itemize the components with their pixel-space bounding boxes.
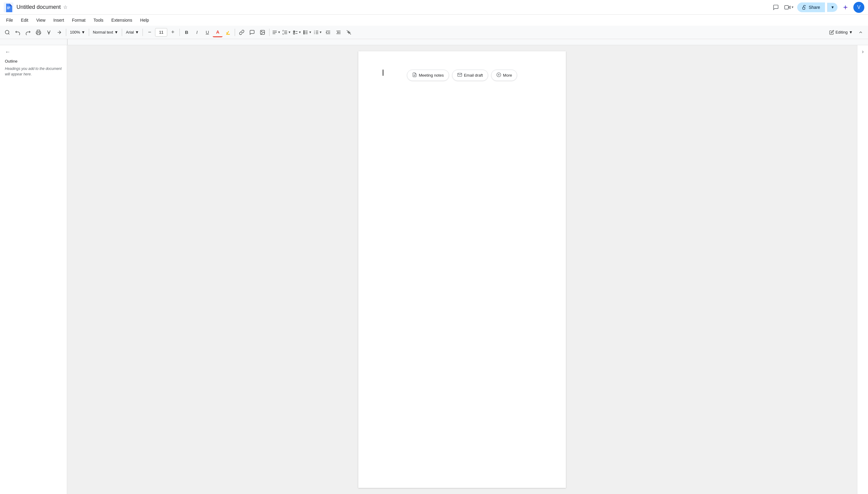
document-area[interactable]: Meeting notes Email draft bbox=[67, 45, 857, 494]
svg-rect-3 bbox=[7, 8, 9, 9]
image-button[interactable] bbox=[258, 27, 268, 37]
svg-rect-6 bbox=[803, 7, 805, 9]
star-icon[interactable]: ☆ bbox=[63, 4, 67, 10]
separator-7 bbox=[269, 29, 270, 36]
email-draft-label: Email draft bbox=[464, 73, 483, 78]
app-icon bbox=[4, 2, 14, 12]
font-size-increase[interactable]: + bbox=[168, 27, 178, 37]
menu-file[interactable]: File bbox=[2, 17, 17, 24]
separator-5 bbox=[179, 29, 180, 36]
svg-point-24 bbox=[304, 31, 304, 32]
doc-title[interactable]: Untitled document bbox=[17, 4, 61, 11]
indent-increase-button[interactable] bbox=[334, 27, 343, 37]
bold-button[interactable]: B bbox=[182, 27, 191, 37]
separator-3 bbox=[122, 29, 122, 36]
menu-tools[interactable]: Tools bbox=[90, 17, 107, 24]
style-selector[interactable]: Normal text ▼ bbox=[91, 27, 120, 37]
user-avatar[interactable]: V bbox=[853, 2, 864, 13]
highlight-button[interactable] bbox=[223, 27, 233, 37]
menu-format[interactable]: Format bbox=[68, 17, 89, 24]
sidebar: ← Outline Headings you add to the docume… bbox=[0, 45, 67, 494]
meeting-notes-chip[interactable]: Meeting notes bbox=[407, 70, 449, 81]
more-label: More bbox=[503, 73, 512, 78]
comment-insert-button[interactable] bbox=[247, 27, 257, 37]
collapse-panel-button[interactable] bbox=[859, 48, 867, 56]
italic-button[interactable]: I bbox=[192, 27, 202, 37]
menu-view[interactable]: View bbox=[33, 17, 49, 24]
link-button[interactable] bbox=[237, 27, 246, 37]
text-color-button[interactable]: A bbox=[213, 27, 222, 37]
header-actions: ▼ Share ▼ V bbox=[770, 2, 864, 13]
search-button[interactable] bbox=[2, 27, 12, 37]
share-button[interactable]: Share bbox=[797, 2, 825, 12]
svg-rect-1 bbox=[7, 7, 10, 7]
checklist-button[interactable]: ▼ bbox=[292, 27, 302, 37]
collapse-toolbar-button[interactable] bbox=[856, 27, 866, 37]
zoom-selector[interactable]: 100% ▼ bbox=[68, 27, 87, 37]
meeting-notes-label: Meeting notes bbox=[419, 73, 444, 78]
menu-help[interactable]: Help bbox=[136, 17, 153, 24]
svg-rect-5 bbox=[785, 5, 789, 9]
separator-4 bbox=[142, 29, 143, 36]
email-draft-chip[interactable]: Email draft bbox=[452, 70, 488, 81]
menu-edit[interactable]: Edit bbox=[17, 17, 32, 24]
template-suggestions: Meeting notes Email draft bbox=[407, 70, 517, 81]
sidebar-back-button[interactable]: ← bbox=[5, 49, 62, 55]
svg-point-7 bbox=[5, 30, 9, 34]
numbered-list-button[interactable]: 1 2 3 ▼ bbox=[313, 27, 322, 37]
clear-format-button[interactable] bbox=[344, 27, 354, 37]
document-page[interactable]: Meeting notes Email draft bbox=[358, 51, 566, 488]
svg-point-28 bbox=[304, 33, 304, 34]
separator-2 bbox=[89, 29, 89, 36]
undo-button[interactable] bbox=[13, 27, 23, 37]
ruler bbox=[0, 39, 868, 45]
more-chip[interactable]: More bbox=[491, 70, 517, 81]
text-cursor bbox=[383, 70, 383, 76]
ruler-inner bbox=[0, 39, 868, 45]
video-call-button[interactable]: ▼ bbox=[784, 2, 795, 13]
more-icon bbox=[496, 72, 501, 78]
font-size-decrease[interactable]: − bbox=[145, 27, 154, 37]
separator-6 bbox=[235, 29, 235, 36]
underline-button[interactable]: U bbox=[202, 27, 212, 37]
paint-format-button[interactable] bbox=[54, 27, 64, 37]
separator-1 bbox=[66, 29, 66, 36]
redo-button[interactable] bbox=[23, 27, 33, 37]
menu-insert[interactable]: Insert bbox=[50, 17, 68, 24]
svg-text:3: 3 bbox=[314, 33, 315, 35]
menu-bar: File Edit View Insert Format Tools Exten… bbox=[0, 15, 868, 26]
font-selector[interactable]: Arial ▼ bbox=[124, 27, 141, 37]
font-size-input[interactable] bbox=[155, 28, 167, 37]
meeting-notes-icon bbox=[412, 72, 417, 78]
main-layout: ← Outline Headings you add to the docume… bbox=[0, 45, 868, 494]
svg-rect-2 bbox=[7, 7, 10, 8]
print-button[interactable] bbox=[34, 27, 43, 37]
svg-rect-10 bbox=[226, 34, 230, 35]
editing-mode-button[interactable]: Editing ▼ bbox=[827, 27, 855, 37]
indent-decrease-button[interactable] bbox=[323, 27, 333, 37]
spellcheck-button[interactable] bbox=[44, 27, 54, 37]
title-bar: Untitled document ☆ ▼ Share ▼ bbox=[0, 0, 868, 15]
outline-hint: Headings you add to the document will ap… bbox=[5, 66, 62, 77]
alignment-button[interactable]: ▼ bbox=[271, 27, 281, 37]
toolbar: 100% ▼ Normal text ▼ Arial ▼ − + B I U A bbox=[0, 26, 868, 39]
bullet-list-button[interactable]: ▼ bbox=[302, 27, 312, 37]
email-draft-icon bbox=[457, 72, 462, 78]
svg-rect-21 bbox=[294, 33, 295, 34]
line-spacing-button[interactable]: ▼ bbox=[282, 27, 292, 37]
right-panel bbox=[857, 45, 868, 494]
gemini-button[interactable] bbox=[840, 2, 851, 13]
svg-rect-8 bbox=[37, 33, 40, 35]
svg-point-26 bbox=[304, 32, 304, 33]
share-dropdown-button[interactable]: ▼ bbox=[827, 3, 837, 12]
comment-button[interactable] bbox=[770, 2, 781, 13]
svg-point-12 bbox=[261, 31, 262, 32]
svg-marker-4 bbox=[788, 6, 790, 8]
menu-extensions[interactable]: Extensions bbox=[108, 17, 136, 24]
outline-title: Outline bbox=[5, 59, 62, 63]
